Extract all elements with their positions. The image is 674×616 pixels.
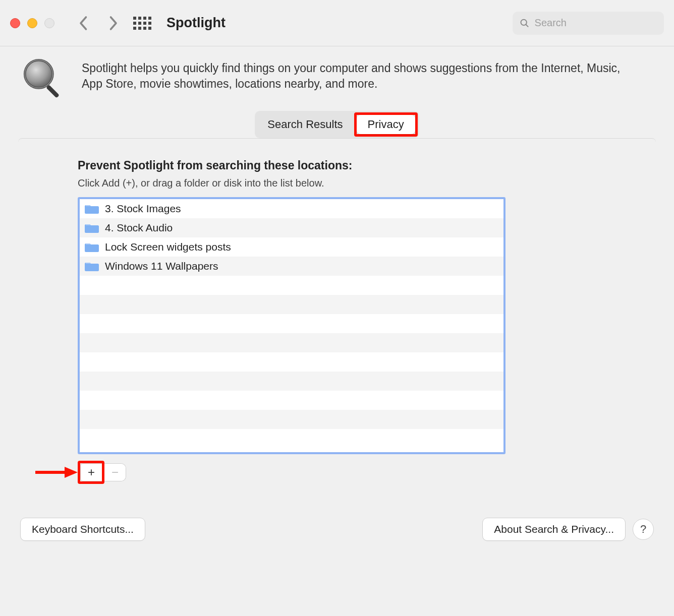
minimize-window-button[interactable]	[27, 18, 37, 28]
add-button[interactable]: +	[81, 464, 102, 481]
folder-icon	[85, 222, 99, 233]
tab-privacy[interactable]: Privacy	[357, 115, 415, 134]
bottom-bar: Keyboard Shortcuts... About Search & Pri…	[0, 518, 674, 561]
list-item-label: 4. Stock Audio	[105, 222, 173, 234]
add-remove-row: + −	[78, 462, 596, 482]
show-all-icon[interactable]	[132, 13, 152, 33]
tabs-container: Search Results Privacy	[0, 111, 674, 138]
svg-rect-4	[46, 85, 60, 98]
list-item-empty	[80, 333, 503, 352]
remove-button: −	[104, 464, 126, 481]
list-item-label: 3. Stock Images	[105, 203, 181, 215]
privacy-tab-highlight: Privacy	[354, 112, 418, 137]
window-toolbar: Spotlight	[0, 0, 674, 46]
list-item-label: Windows 11 Wallpapers	[105, 260, 218, 272]
svg-marker-6	[65, 467, 78, 478]
annotation-arrow	[33, 465, 79, 479]
list-item-empty	[80, 372, 503, 391]
plus-icon: +	[88, 465, 95, 479]
preferences-window: Spotlight	[0, 0, 674, 616]
search-icon	[520, 18, 530, 29]
zoom-window-button[interactable]	[44, 18, 54, 28]
tab-bar: Search Results Privacy	[255, 111, 419, 138]
panel-subtext: Click Add (+), or drag a folder or disk …	[78, 177, 596, 189]
search-input[interactable]	[535, 17, 657, 29]
about-search-privacy-button[interactable]: About Search & Privacy...	[482, 518, 626, 541]
list-item[interactable]: Lock Screen widgets posts	[80, 237, 503, 257]
header-section: Spotlight helps you quickly find things …	[0, 46, 674, 111]
folder-icon	[85, 241, 99, 253]
panel-heading: Prevent Spotlight from searching these l…	[78, 159, 596, 172]
header-description: Spotlight helps you quickly find things …	[82, 55, 639, 92]
list-item[interactable]: 3. Stock Images	[80, 199, 503, 218]
tab-search-results[interactable]: Search Results	[256, 112, 354, 137]
list-item-empty	[80, 429, 503, 448]
spotlight-app-icon	[20, 55, 67, 102]
excluded-locations-list[interactable]: 3. Stock Images 4. Stock Audio Lock Scre…	[78, 197, 505, 454]
traffic-lights	[10, 18, 54, 28]
keyboard-shortcuts-button[interactable]: Keyboard Shortcuts...	[20, 518, 145, 541]
content-area: Spotlight helps you quickly find things …	[0, 46, 674, 616]
folder-icon	[85, 203, 99, 214]
minus-icon: −	[111, 465, 119, 479]
list-item-empty	[80, 314, 503, 333]
back-button[interactable]	[74, 13, 94, 33]
help-button[interactable]: ?	[633, 519, 654, 540]
forward-button[interactable]	[103, 13, 123, 33]
list-item-empty	[80, 391, 503, 410]
list-item-empty	[80, 352, 503, 372]
svg-point-0	[521, 19, 526, 25]
svg-line-1	[526, 24, 528, 27]
list-item-empty	[80, 295, 503, 314]
list-item[interactable]: Windows 11 Wallpapers	[80, 257, 503, 276]
list-item-label: Lock Screen widgets posts	[105, 241, 231, 253]
list-item[interactable]: 4. Stock Audio	[80, 218, 503, 237]
list-item-empty	[80, 276, 503, 295]
list-item-empty	[80, 410, 503, 429]
privacy-panel: Prevent Spotlight from searching these l…	[18, 138, 656, 503]
folder-icon	[85, 261, 99, 272]
search-field[interactable]	[513, 12, 664, 35]
window-title: Spotlight	[166, 15, 226, 31]
close-window-button[interactable]	[10, 18, 20, 28]
add-button-highlight: +	[78, 461, 104, 484]
